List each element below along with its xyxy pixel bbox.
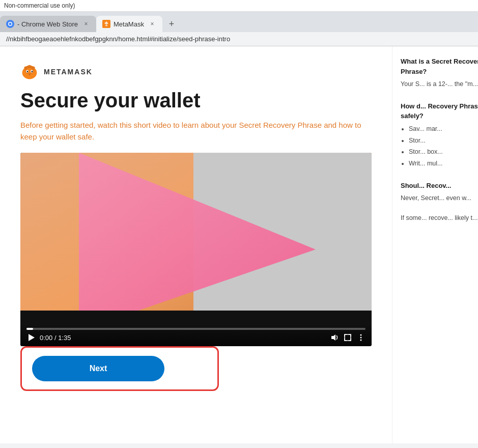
address-bar-text: //nkbihfbeogaeaoehlefnkodbefgpgknn/home.…: [6, 35, 230, 43]
controls-row: 0:00 / 1:35: [26, 333, 365, 342]
metamask-wordmark: METAMASK: [44, 68, 93, 76]
tab-chrome-web-store-close[interactable]: ×: [82, 20, 90, 28]
next-button[interactable]: Next: [32, 356, 164, 381]
page-content: METAMASK Secure your wallet Before getti…: [0, 46, 478, 443]
time-display: 0:00 / 1:35: [40, 334, 71, 342]
non-commercial-banner: Non-commercial use only): [0, 0, 478, 12]
svg-point-12: [32, 71, 33, 72]
tab-metamask[interactable]: MetaMask ×: [96, 16, 162, 32]
svg-point-25: [360, 340, 362, 341]
fox-icon: [20, 63, 39, 81]
sidebar-list-item: Sav... mar...: [409, 124, 478, 134]
progress-bar[interactable]: [26, 328, 365, 330]
progress-bar-fill: [26, 328, 33, 330]
tab-chrome-web-store[interactable]: - Chrome Web Store ×: [0, 16, 96, 32]
tab-chrome-web-store-label: - Chrome Web Store: [17, 20, 78, 28]
svg-marker-20: [29, 334, 35, 341]
volume-button[interactable]: [330, 333, 339, 342]
tab-metamask-close[interactable]: ×: [148, 20, 156, 28]
address-bar[interactable]: //nkbihfbeogaeaoehlefnkodbefgpgknn/home.…: [0, 32, 478, 46]
video-player[interactable]: 0:00 / 1:35: [20, 153, 372, 346]
svg-point-11: [27, 71, 29, 72]
svg-point-23: [360, 334, 362, 336]
controls-left: 0:00 / 1:35: [26, 333, 71, 342]
more-options-button[interactable]: [356, 333, 365, 342]
svg-rect-22: [345, 334, 351, 341]
description-text: Before getting started, watch this short…: [20, 120, 367, 143]
svg-marker-21: [331, 334, 335, 341]
controls-right: [330, 333, 365, 342]
svg-point-2: [9, 23, 12, 25]
metamask-logo: METAMASK: [20, 63, 372, 81]
next-button-area: Next: [20, 346, 219, 391]
sidebar-section-should-i-share: Shoul... Recov... Never, Secret... even …: [401, 181, 478, 223]
svg-point-24: [360, 337, 362, 339]
right-sidebar: What is a Secret Recovery Phrase? Your S…: [392, 46, 478, 443]
play-button[interactable]: [26, 333, 36, 342]
sidebar-heading-what-is: What is a Secret Recovery Phrase?: [401, 57, 478, 76]
sidebar-list-store-tips: Sav... mar... Stor... Stor... box... Wri…: [401, 124, 478, 169]
fullscreen-icon: [343, 333, 352, 342]
tab-bar: - Chrome Web Store × MetaMask × +: [0, 12, 478, 32]
play-icon: [26, 333, 36, 342]
metamask-tab-icon: [102, 20, 110, 28]
sidebar-heading-how-to-store: How d... Recovery Phrase safely?: [401, 101, 478, 121]
sidebar-list-item: Stor... box...: [409, 147, 478, 157]
banner-text: Non-commercial use only): [4, 2, 75, 9]
browser-chrome: - Chrome Web Store × MetaMask × + //nkbi…: [0, 12, 478, 46]
sidebar-text-if-someone: If some... recove... likely t... steal y…: [401, 213, 478, 223]
sidebar-section-what-is: What is a Secret Recovery Phrase? Your S…: [401, 57, 478, 89]
sidebar-text-never: Never, Secret... even w...: [401, 193, 478, 203]
video-controls: 0:00 / 1:35: [20, 324, 372, 346]
tab-metamask-label: MetaMask: [114, 20, 144, 28]
sidebar-heading-should-i-share: Shoul... Recov...: [401, 181, 478, 191]
main-content: METAMASK Secure your wallet Before getti…: [0, 46, 392, 443]
sidebar-section-how-to-store: How d... Recovery Phrase safely? Sav... …: [401, 101, 478, 169]
volume-icon: [330, 333, 339, 342]
sidebar-list-item: Writ... mul...: [409, 159, 478, 169]
page-title: Secure your wallet: [20, 89, 372, 111]
video-background: [20, 153, 372, 346]
more-options-icon: [356, 333, 365, 342]
sidebar-list-item: Stor...: [409, 136, 478, 146]
new-tab-button[interactable]: +: [164, 17, 179, 31]
chrome-icon: [6, 20, 14, 28]
sidebar-text-what-is: Your S... is a 12-... the "m... wallet..…: [401, 79, 478, 89]
fullscreen-button[interactable]: [343, 333, 352, 342]
